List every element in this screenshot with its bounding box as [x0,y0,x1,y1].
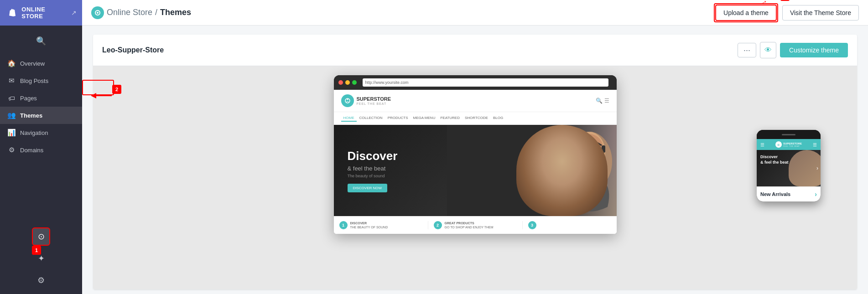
svg-point-6 [576,134,603,161]
theme-name: Leo-Supper-Store [102,46,164,54]
eye-icon: 👁 [764,46,772,54]
store-name-text: SUPERSTORE FEEL THE BEAT [357,96,391,105]
more-options-button[interactable]: ··· [738,43,756,57]
feature-1-text: DISCOVER THE BEAUTY OF SOUND [350,221,388,229]
store-name-label: ONLINE STORE [21,6,68,20]
sidebar-item-pages[interactable]: 🏷 Pages [0,89,82,107]
feature-1-num: 1 [339,221,348,229]
desktop-topbar: http://www.yoursite.com [334,75,617,90]
feature-2-sub: GO TO SHOP AND ENJOY THEM [445,225,494,229]
sidebar-item-blog-posts[interactable]: ✉ Blog Posts [0,72,82,89]
top-bar: Online Store / Themes Upload a theme 3 →… [82,0,868,26]
navigation-icon: 📊 [7,129,16,137]
hero-discover-button[interactable]: DISCOVER NOW [348,184,388,192]
feature-3: 3 [523,221,617,229]
sidebar-item-domains-label: Domains [20,147,43,154]
mobile-logo-icon: ⊙ [775,141,782,148]
visit-theme-store-button[interactable]: Visit the Theme Store [782,5,859,21]
external-link-icon[interactable]: ↗ [71,9,77,16]
new-arrivals-arrow: › [815,191,817,198]
svg-rect-9 [573,145,577,153]
mobile-tagline: FEEL THE BEAT [783,145,802,147]
feature-3-num: 3 [528,221,536,229]
feature-1-title: DISCOVER [350,221,388,225]
sidebar-item-themes[interactable]: 👥 Themes [0,107,82,124]
theme-card: Leo-Supper-Store ··· 👁 Customize theme [93,35,857,289]
page-content: Leo-Supper-Store ··· 👁 Customize theme [82,26,868,294]
sidebar-item-overview-label: Overview [20,60,45,67]
nav-products: PRODUCTS [385,115,411,122]
desktop-mockup: http://www.yoursite.com [334,75,617,234]
nav-mega-menu: MEGA MENU [411,115,438,122]
online-store-bottom-icon[interactable]: ⊙ 1 [32,227,50,246]
mobile-arrow: › [816,165,818,171]
mobile-hero: Discover& feel the beat › [757,150,821,186]
address-bar: http://www.yoursite.com [363,78,608,87]
hero-image [447,125,617,216]
svg-point-5 [573,132,605,173]
annotation-1-label: 1 [32,246,41,255]
mobile-topbar [757,130,821,139]
preview-button[interactable]: 👁 [760,42,776,58]
blog-posts-icon: ✉ [7,77,16,85]
new-arrivals-label: New Arrivals [760,191,790,197]
hero-title: Discover [348,149,398,163]
main-content: Online Store / Themes Upload a theme 3 →… [82,0,868,294]
pages-icon: 🏷 [7,94,16,102]
mobile-mockup: ☰ ⊙ SUPERSTORE FEEL THE BEAT ☰ [757,130,821,201]
svg-point-8 [594,145,598,149]
store-header-icons: 🔍 ☰ [596,98,609,104]
breadcrumb-icon [91,6,104,19]
svg-point-1 [97,12,99,14]
mobile-new-arrivals-section: New Arrivals › [757,186,821,201]
sidebar: ONLINE STORE ↗ 🔍 🏠 Overview ✉ Blog Posts… [0,0,82,294]
mobile-content: ☰ ⊙ SUPERSTORE FEEL THE BEAT ☰ [757,139,821,201]
sidebar-item-blog-posts-label: Blog Posts [20,77,48,84]
window-dot-yellow [345,80,350,85]
feature-1-sub: THE BEAUTY OF SOUND [350,225,388,229]
hero-description: The beauty of sound [348,174,398,178]
shopify-logo-icon [5,6,18,19]
overview-icon: 🏠 [7,59,16,67]
svg-rect-10 [602,145,605,153]
sidebar-item-domains[interactable]: ⚙ Domains [0,141,82,159]
mobile-hero-text: Discover& feel the beat [760,155,817,165]
upload-theme-button[interactable]: Upload a theme [715,5,777,21]
feature-2-title: GREAT PRODUCTS [445,221,494,225]
store-nav: HOME COLLECTION PRODUCTS MEGA MENU FEATU… [334,112,617,125]
nav-shortcode: SHORTCODE [463,115,490,122]
sidebar-item-navigation[interactable]: 📊 Navigation [0,124,82,141]
sidebar-item-themes-label: Themes [20,112,42,119]
desktop-content: SUPERSTORE FEEL THE BEAT 🔍 ☰ [334,90,617,234]
window-dot-red [338,80,343,85]
search-sidebar-icon[interactable]: 🔍 [32,32,50,50]
themes-icon: 👥 [7,111,16,119]
mobile-header: ☰ ⊙ SUPERSTORE FEEL THE BEAT ☰ [757,139,821,150]
nav-home: HOME [341,115,357,122]
store-logo-icon [341,94,354,107]
hero-subtitle: & feel the beat [348,165,398,172]
breadcrumb-parent: Online Store [107,8,152,17]
mobile-logo: ⊙ SUPERSTORE FEEL THE BEAT [775,141,802,148]
puzzle-icon: ✦ [38,253,45,263]
store-header: SUPERSTORE FEEL THE BEAT 🔍 ☰ [334,90,617,112]
annotation-3-label: 3 [780,0,790,1]
theme-preview: http://www.yoursite.com [93,66,857,289]
hero-section: Discover & feel the beat The beauty of s… [334,125,617,216]
settings-icon-btn[interactable]: ⚙ [32,271,50,289]
theme-card-header: Leo-Supper-Store ··· 👁 Customize theme [93,35,857,66]
mobile-menu-icon: ☰ [760,142,764,147]
sidebar-item-overview[interactable]: 🏠 Overview [0,55,82,72]
customize-theme-button[interactable]: Customize theme [780,43,848,57]
breadcrumb: Online Store / Themes [91,6,191,19]
top-bar-actions: Upload a theme 3 → Visit the Theme Store [715,5,859,21]
window-dot-green [352,80,357,85]
feature-1: 1 DISCOVER THE BEAUTY OF SOUND [334,221,428,229]
domains-icon: ⚙ [7,146,16,154]
nav-blog: BLOG [491,115,505,122]
svg-point-4 [567,132,612,191]
sidebar-navigation: 🔍 🏠 Overview ✉ Blog Posts 🏷 Pages 👥 Them… [0,26,82,294]
hero-text: Discover & feel the beat The beauty of s… [348,149,398,192]
mobile-search-icon: ☰ [813,142,817,147]
gear-icon: ⚙ [37,275,45,285]
